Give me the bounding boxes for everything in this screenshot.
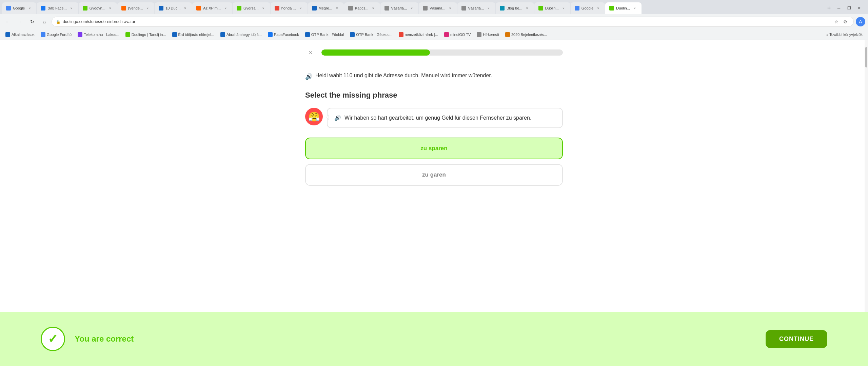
tab-close-11[interactable]: ×	[409, 5, 414, 11]
bookmark-item-10[interactable]: mindiGO TV	[441, 30, 473, 39]
bookmark-item-12[interactable]: 2020 Bejelentkezés...	[502, 30, 550, 39]
tab-close-1[interactable]: ×	[27, 5, 32, 11]
bookmark-favicon-2	[78, 32, 82, 37]
bookmark-label-10: mindiGO TV	[450, 33, 471, 37]
bookmark-item-3[interactable]: Duolingo | Tanulj in...	[123, 30, 169, 39]
browser-tab-8[interactable]: honda ...×	[271, 2, 308, 14]
tab-label-6: Az XP m...	[203, 6, 221, 10]
page-content: × 🔊 Heidi wählt 110 und gibt die Adresse…	[0, 40, 868, 312]
window-controls: ─ ❐ ✕	[834, 3, 866, 13]
tab-close-17[interactable]: ×	[632, 5, 637, 11]
tab-close-12[interactable]: ×	[448, 5, 453, 11]
tab-close-9[interactable]: ×	[334, 5, 340, 11]
browser-tab-16[interactable]: Google×	[571, 2, 605, 14]
character-avatar: 😤	[305, 108, 323, 125]
bookmark-item-1[interactable]: Google Fordító	[38, 30, 74, 39]
choice-button-2[interactable]: zu garen	[305, 164, 563, 186]
browser-tab-12[interactable]: Vásárlá...×	[419, 2, 457, 14]
bookmark-item-0[interactable]: Alkalmazások	[3, 30, 37, 39]
bookmark-favicon-11	[477, 32, 481, 37]
bookmark-favicon-7	[305, 32, 310, 37]
scrollbar-thumb[interactable]	[865, 47, 867, 67]
checkmark-icon: ✓	[48, 332, 58, 346]
browser-tab-17[interactable]: Duolin...×	[605, 2, 641, 14]
tab-close-3[interactable]: ×	[107, 5, 113, 11]
choice-button-1[interactable]: zu sparen	[305, 138, 563, 159]
tab-close-16[interactable]: ×	[595, 5, 601, 11]
bookmark-item-11[interactable]: Hírkeresö	[474, 30, 502, 39]
bookmark-item-9[interactable]: nemzetközi hírek |...	[396, 30, 441, 39]
bookmark-item-7[interactable]: OTP Bank - Főoldal	[302, 30, 347, 39]
tab-label-1: Google	[13, 6, 25, 10]
profile-icon[interactable]: A	[856, 17, 865, 26]
bubble-text: Wir haben so hart gearbeitet, um genug G…	[344, 114, 531, 122]
close-window-button[interactable]: ✕	[854, 3, 864, 13]
progress-bar-fill	[321, 49, 430, 56]
browser-tab-3[interactable]: Gyógyn...×	[79, 2, 117, 14]
tab-close-6[interactable]: ×	[223, 5, 228, 11]
tab-close-7[interactable]: ×	[261, 5, 266, 11]
tab-close-4[interactable]: ×	[145, 5, 150, 11]
reload-button[interactable]: ↻	[27, 17, 37, 27]
tab-close-13[interactable]: ×	[486, 5, 491, 11]
minimize-button[interactable]: ─	[834, 3, 844, 13]
narrative-section: 🔊 Heidi wählt 110 und gibt die Adresse d…	[305, 72, 563, 81]
extensions-icon[interactable]: ⚙	[841, 18, 849, 26]
browser-tab-6[interactable]: Az XP m...×	[192, 2, 232, 14]
bookmark-item-4[interactable]: Érd időjárás előrejel...	[170, 30, 217, 39]
tab-favicon-16	[575, 6, 579, 11]
tab-close-14[interactable]: ×	[525, 5, 530, 11]
tab-label-15: Duolin...	[545, 6, 559, 10]
bookmark-label-3: Duolingo | Tanulj in...	[132, 33, 166, 37]
bookmark-star-icon[interactable]: ☆	[832, 18, 841, 26]
continue-button[interactable]: CONTINUE	[766, 330, 827, 348]
bookmark-item-6[interactable]: PapaFacebook	[265, 30, 302, 39]
bookmark-label-5: Ábrahámhegy idójá...	[226, 33, 262, 37]
tab-label-12: Vásárlá...	[430, 6, 445, 10]
bubble-speaker-icon[interactable]: 🔊	[334, 115, 341, 121]
bookmark-label-0: Alkalmazások	[12, 33, 35, 37]
narrative-speaker-icon[interactable]: 🔊	[305, 72, 313, 81]
scrollbar[interactable]	[865, 40, 868, 312]
browser-tab-4[interactable]: [Vende...×	[117, 2, 154, 14]
browser-tab-11[interactable]: Vásárlá...×	[380, 2, 418, 14]
forward-button[interactable]: →	[15, 17, 25, 27]
tab-label-16: Google	[581, 6, 593, 10]
browser-tab-5[interactable]: 10 Duc...×	[155, 2, 192, 14]
tab-label-5: 10 Duc...	[165, 6, 180, 10]
browser-tab-7[interactable]: Gyorsa...×	[233, 2, 270, 14]
bookmark-item-5[interactable]: Ábrahámhegy idójá...	[218, 30, 264, 39]
close-story-button[interactable]: ×	[305, 47, 316, 58]
tab-label-7: Gyorsa...	[243, 6, 259, 10]
tab-favicon-17	[609, 6, 614, 11]
browser-tab-13[interactable]: Vásárlá...×	[457, 2, 495, 14]
bookmark-favicon-4	[172, 32, 177, 37]
tab-favicon-15	[538, 6, 543, 11]
tab-close-15[interactable]: ×	[561, 5, 566, 11]
bookmark-label-12: 2020 Bejelentkezés...	[511, 33, 547, 37]
browser-tab-14[interactable]: Blog be...×	[496, 2, 534, 14]
more-bookmarks[interactable]: » További könyvjelzők	[824, 30, 865, 39]
back-button[interactable]: ←	[3, 17, 13, 27]
bookmark-item-8[interactable]: OTP Bank - Gépkoc...	[347, 30, 395, 39]
tab-label-11: Vásárlá...	[391, 6, 407, 10]
browser-tab-10[interactable]: Kapcs...×	[344, 2, 380, 14]
tab-favicon-1	[6, 6, 11, 11]
tab-close-8[interactable]: ×	[298, 5, 303, 11]
tab-close-2[interactable]: ×	[69, 5, 74, 11]
tab-bar: Google×(60) Face...×Gyógyn...×[Vende...×…	[0, 0, 868, 14]
bookmark-item-2[interactable]: Telekom.hu - Lakos...	[75, 30, 122, 39]
bookmarks-bar: AlkalmazásokGoogle FordítóTelekom.hu - L…	[0, 29, 868, 40]
new-tab-button[interactable]: +	[824, 3, 834, 13]
browser-tab-1[interactable]: Google×	[2, 2, 36, 14]
browser-tab-2[interactable]: (60) Face...×	[37, 2, 78, 14]
browser-tab-15[interactable]: Duolin...×	[534, 2, 570, 14]
tab-close-5[interactable]: ×	[182, 5, 188, 11]
correct-icon-wrapper: ✓	[41, 327, 65, 351]
restore-button[interactable]: ❐	[844, 3, 854, 13]
home-button[interactable]: ⌂	[39, 17, 50, 27]
address-bar[interactable]: 🔒 duolingo.com/stories/de-einbruch-avata…	[52, 17, 854, 27]
bookmark-label-7: OTP Bank - Főoldal	[311, 33, 344, 37]
browser-tab-9[interactable]: Megre...×	[308, 2, 344, 14]
tab-close-10[interactable]: ×	[371, 5, 376, 11]
